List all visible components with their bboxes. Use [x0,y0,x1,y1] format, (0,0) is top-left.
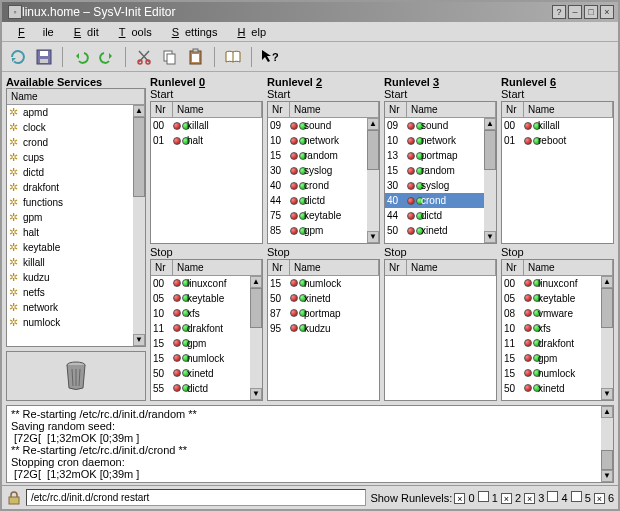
scrollbar[interactable]: ▲▼ [601,276,613,401]
col-nr[interactable]: Nr [268,102,290,117]
start-entry[interactable]: 75keytable [268,208,379,223]
runlevel-checkbox-0[interactable]: × [454,493,465,504]
stop-entry[interactable]: 05keytable [502,291,613,306]
start-list[interactable]: NrName09sound10network15random30syslog40… [267,101,380,244]
scrollbar[interactable]: ▲▼ [484,118,496,243]
stop-entry[interactable]: 50xinetd [268,291,379,306]
runlevel-checkbox-6[interactable]: × [594,493,605,504]
stop-entry[interactable]: 15gpm [151,336,262,351]
col-nr[interactable]: Nr [268,260,290,275]
paste-icon[interactable] [186,47,206,67]
service-item[interactable]: ✲gpm [7,210,145,225]
start-entry[interactable]: 30syslog [385,178,496,193]
stop-list[interactable]: NrName [384,259,497,402]
service-item[interactable]: ✲netfs [7,285,145,300]
col-name[interactable]: Name [7,89,145,104]
scrollbar[interactable]: ▲▼ [367,118,379,243]
stop-entry[interactable]: 05keytable [151,291,262,306]
scroll-up-icon[interactable]: ▲ [367,118,379,130]
start-entry[interactable]: 09sound [385,118,496,133]
whatsthis-icon[interactable]: ? [260,47,280,67]
lock-icon[interactable] [6,490,22,506]
stop-entry[interactable]: 15gpm [502,351,613,366]
menu-settings[interactable]: Settings [160,24,224,40]
scrollbar[interactable]: ▲ ▼ [133,105,145,346]
runlevel-checkbox-5[interactable] [571,491,582,502]
stop-entry[interactable]: 50xinetd [502,381,613,396]
scroll-thumb[interactable] [601,450,613,470]
col-name[interactable]: Name [290,260,379,275]
service-item[interactable]: ✲drakfont [7,180,145,195]
start-entry[interactable]: 50xinetd [385,223,496,238]
stop-entry[interactable]: 10xfs [151,306,262,321]
col-nr[interactable]: Nr [151,102,173,117]
start-entry[interactable]: 40crond [385,193,496,208]
start-entry[interactable]: 00killall [502,118,613,133]
start-entry[interactable]: 44dictd [268,193,379,208]
col-nr[interactable]: Nr [385,260,407,275]
start-list[interactable]: NrName09sound10network13portmap15random3… [384,101,497,244]
scroll-up-icon[interactable]: ▲ [250,276,262,288]
runlevel-checkbox-2[interactable]: × [501,493,512,504]
col-name[interactable]: Name [407,102,496,117]
col-nr[interactable]: Nr [385,102,407,117]
undo-icon[interactable] [71,47,91,67]
menu-tools[interactable]: Tools [107,24,158,40]
stop-entry[interactable]: 00linuxconf [151,276,262,291]
start-entry[interactable]: 44dictd [385,208,496,223]
window-menu-icon[interactable]: ◦ [8,5,22,19]
scroll-down-icon[interactable]: ▼ [250,388,262,400]
scrollbar[interactable]: ▲ ▼ [601,406,613,482]
scroll-down-icon[interactable]: ▼ [133,334,145,346]
stop-entry[interactable]: 50xinetd [151,366,262,381]
menu-edit[interactable]: Edit [62,24,105,40]
start-entry[interactable]: 10network [268,133,379,148]
service-item[interactable]: ✲network [7,300,145,315]
refresh-icon[interactable] [8,47,28,67]
scroll-down-icon[interactable]: ▼ [601,470,613,482]
service-item[interactable]: ✲clock [7,120,145,135]
service-item[interactable]: ✲halt [7,225,145,240]
start-entry[interactable]: 15random [268,148,379,163]
menu-help[interactable]: Help [225,24,272,40]
col-name[interactable]: Name [173,102,262,117]
scroll-up-icon[interactable]: ▲ [484,118,496,130]
service-item[interactable]: ✲numlock [7,315,145,330]
service-item[interactable]: ✲keytable [7,240,145,255]
stop-list[interactable]: NrName00linuxconf05keytable08vmware10xfs… [501,259,614,402]
stop-entry[interactable]: 08vmware [502,306,613,321]
col-nr[interactable]: Nr [502,102,524,117]
start-list[interactable]: NrName00killall01halt [150,101,263,244]
stop-entry[interactable]: 55dictd [151,381,262,396]
minimize-button[interactable]: – [568,5,582,19]
stop-entry[interactable]: 00linuxconf [502,276,613,291]
redo-icon[interactable] [97,47,117,67]
col-name[interactable]: Name [173,260,262,275]
scroll-thumb[interactable] [250,288,262,328]
menu-file[interactable]: File [6,24,60,40]
scroll-up-icon[interactable]: ▲ [133,105,145,117]
help-button[interactable]: ? [552,5,566,19]
runlevel-checkbox-3[interactable]: × [524,493,535,504]
start-entry[interactable]: 00killall [151,118,262,133]
col-nr[interactable]: Nr [502,260,524,275]
cut-icon[interactable] [134,47,154,67]
stop-entry[interactable]: 15numlock [151,351,262,366]
start-entry[interactable]: 13portmap [385,148,496,163]
stop-entry[interactable]: 10xfs [502,321,613,336]
runlevel-checkbox-1[interactable] [478,491,489,502]
available-list[interactable]: Name ✲apmd✲clock✲crond✲cups✲dictd✲drakfo… [6,88,146,347]
output-panel[interactable]: ** Re-starting /etc/rc.d/init.d/random *… [6,405,614,483]
start-entry[interactable]: 09sound [268,118,379,133]
start-entry[interactable]: 15random [385,163,496,178]
save-icon[interactable] [34,47,54,67]
scroll-thumb[interactable] [367,130,379,170]
scroll-up-icon[interactable]: ▲ [601,406,613,418]
start-list[interactable]: NrName00killall01reboot [501,101,614,244]
scroll-down-icon[interactable]: ▼ [367,231,379,243]
col-name[interactable]: Name [524,102,613,117]
service-item[interactable]: ✲cups [7,150,145,165]
scroll-up-icon[interactable]: ▲ [601,276,613,288]
book-icon[interactable] [223,47,243,67]
service-item[interactable]: ✲crond [7,135,145,150]
